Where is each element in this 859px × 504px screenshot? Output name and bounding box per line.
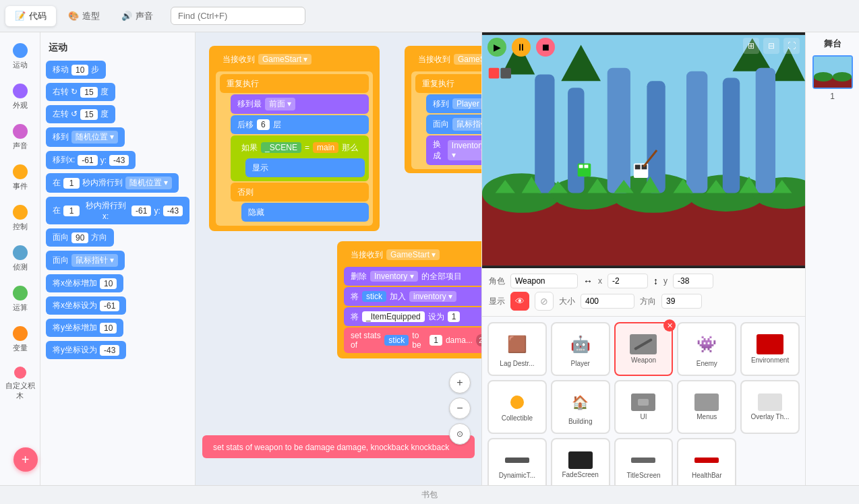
sidebar-item-sound[interactable]: 声音: [3, 120, 38, 155]
block-goto-xy[interactable]: 移到x: -61 y: -43: [46, 151, 136, 169]
cb-repeat-1[interactable]: 重复执行: [220, 74, 369, 93]
block-set-y[interactable]: 将y坐标设为 -43: [46, 341, 126, 359]
cb-back-layers[interactable]: 后移 6 层: [231, 115, 369, 134]
sprite-card-ui[interactable]: UI: [614, 380, 674, 434]
sprite-props: 角色 ↔ x ↕ y 显示 👁 ⊘ 大小 方向: [482, 268, 805, 317]
fadescreen-icon: [568, 451, 593, 469]
motion-icon: [13, 43, 28, 58]
trigger-gamestart-1[interactable]: 当接收到 GameStart ▾: [216, 50, 373, 69]
block-face-mouse[interactable]: 面向 鼠标指针 ▾: [46, 251, 125, 270]
block-face-dir[interactable]: 面向 90 方向: [46, 228, 114, 247]
svg-rect-13: [608, 68, 630, 193]
y-label: y: [663, 276, 668, 286]
sidebar-item-variables[interactable]: 变量: [3, 322, 38, 357]
sprite-card-dynaimic[interactable]: DynaimicT...: [487, 438, 547, 485]
tab-sound[interactable]: 🔊 声音: [112, 6, 162, 26]
sprite-size-input[interactable]: [581, 294, 634, 309]
sidebar-item-operators[interactable]: 运算: [3, 282, 38, 317]
sprite-card-lag-destr[interactable]: 🟫 Lag Destr...: [487, 322, 547, 376]
play-button[interactable]: ▶: [487, 38, 506, 57]
sprite-label-collectible: Collectible: [502, 414, 533, 422]
cb-else[interactable]: 否则: [231, 183, 369, 201]
sidebar-item-custom[interactable]: 自定义积木: [3, 363, 38, 405]
sprite-label-dynaimic: DynaimicT...: [499, 472, 535, 479]
block-turn-right[interactable]: 右转 ↻ 15 度: [46, 83, 115, 101]
looks-icon: [13, 84, 28, 98]
sprite-y-input[interactable]: [673, 274, 713, 288]
costume-icon: 🎨: [68, 11, 79, 21]
cb-move-player[interactable]: 移到 Player ▾: [426, 94, 481, 113]
sidebar-item-motion[interactable]: 运动: [3, 39, 38, 74]
healthbar-icon: [694, 458, 719, 463]
dir-label: 方向: [640, 296, 656, 307]
sidebar-item-events[interactable]: 事件: [3, 160, 38, 195]
stage-label: 舞台: [824, 38, 841, 50]
sprite-card-menus[interactable]: Menus: [677, 380, 736, 434]
cb-set-equipped[interactable]: 将 _ItemEquipped 设为 1: [344, 307, 481, 326]
preview-icons: ⊞ ⊟ ⛶: [743, 38, 800, 54]
hide-button[interactable]: ⊘: [535, 292, 554, 311]
sprite-card-environment[interactable]: Environment: [740, 322, 800, 376]
code-area[interactable]: 当接收到 GameStart ▾ 重复执行 移到最 前面 ▾ 后移 6 层 如果…: [196, 32, 481, 485]
sprite-card-titlescreen[interactable]: TitleScreen: [614, 438, 674, 485]
code-group-3: 当接收到 GameStart ▾ 删除 Inventory ▾ 的全部项目 将 …: [337, 241, 481, 358]
sprite-name-input[interactable]: [510, 274, 578, 288]
cb-repeat-2[interactable]: 重复执行: [415, 74, 481, 93]
layout-icon-2[interactable]: ⊟: [763, 38, 779, 54]
pause-button[interactable]: ⏸: [512, 38, 531, 57]
zoom-minus-button[interactable]: −: [449, 398, 471, 419]
show-button[interactable]: 👁: [510, 292, 529, 311]
cb-if-scene[interactable]: 如果 _SCENE = main 那么: [235, 138, 365, 157]
add-block-button[interactable]: +: [13, 447, 38, 472]
sprite-card-enemy[interactable]: 👾 Enemy: [677, 322, 736, 376]
sprite-card-collectible[interactable]: Collectible: [487, 380, 547, 434]
fullscreen-icon[interactable]: ⛶: [783, 38, 800, 54]
block-set-x[interactable]: 将x坐标设为 -61: [46, 296, 126, 315]
trigger-gamestart-3[interactable]: 当接收到 GameStart ▾: [344, 245, 481, 264]
sprite-card-fadescreen[interactable]: FadeScreen: [551, 438, 610, 485]
stage-thumbnail[interactable]: [812, 55, 853, 89]
cb-face-cursor[interactable]: 面向 鼠标指针 ▾: [426, 115, 481, 134]
sprite-card-healthbar[interactable]: HealthBar: [677, 438, 736, 485]
svg-rect-35: [489, 68, 500, 79]
sprite-card-building[interactable]: 🏠 Building: [551, 380, 610, 434]
sprite-x-input[interactable]: [608, 274, 648, 288]
block-row-left: 左转 ↺ 15 度: [46, 105, 189, 123]
sidebar-item-looks[interactable]: 外观: [3, 80, 38, 115]
tab-code[interactable]: 📝 代码: [5, 6, 56, 26]
sprite-label-menus: Menus: [697, 413, 717, 420]
sprite-card-player[interactable]: 🤖 Player: [551, 322, 610, 376]
layout-icon-1[interactable]: ⊞: [743, 38, 759, 54]
sprite-delete-weapon[interactable]: ✕: [663, 319, 676, 332]
cb-hide[interactable]: 隐藏: [241, 203, 369, 222]
zoom-reset-button[interactable]: ⊙: [449, 423, 471, 445]
cb-set-stats[interactable]: set stats of stick to be 1 dama... 2: [344, 327, 481, 353]
block-add-y[interactable]: 将y坐标增加 10: [46, 319, 123, 337]
sidebar-item-sensing[interactable]: 侦测: [3, 241, 38, 276]
cb-show[interactable]: 显示: [245, 158, 365, 177]
stage-bg-num: 1: [830, 92, 835, 101]
sidebar-item-control[interactable]: 控制: [3, 201, 38, 236]
sprite-card-overlay[interactable]: Overlay Th...: [740, 380, 800, 434]
tab-costume[interactable]: 🎨 造型: [59, 6, 109, 26]
cb-weapon-stats[interactable]: set stats of weapon to be damage damage,…: [213, 443, 449, 452]
block-turn-left[interactable]: 左转 ↺ 15 度: [46, 105, 115, 123]
sprite-dir-input[interactable]: [661, 294, 702, 309]
trigger-gamestart-2[interactable]: 当接收到 GameStart ▾: [411, 50, 481, 69]
cb-front[interactable]: 移到最 前面 ▾: [231, 94, 369, 114]
block-goto-random[interactable]: 移到 随机位置 ▾: [46, 127, 125, 147]
block-glide-xy[interactable]: 在 1 秒内滑行到x: -61 y: -43: [46, 197, 189, 224]
search-input[interactable]: [171, 7, 305, 25]
cb-delete-inventory[interactable]: 删除 Inventory ▾ 的全部项目: [344, 267, 481, 286]
block-glide-random[interactable]: 在 1 秒内滑行到 随机位置 ▾: [46, 173, 179, 193]
sprite-card-weapon[interactable]: ✕ Weapon: [614, 322, 674, 376]
stop-button[interactable]: ⏹: [536, 38, 555, 57]
zoom-plus-button[interactable]: +: [449, 372, 471, 393]
block-add-x[interactable]: 将x坐标增加 10: [46, 274, 123, 292]
block-move[interactable]: 移动 10 步: [46, 61, 106, 79]
block-palette: 运动 移动 10 步 右转 ↻ 15 度 左转 ↺ 15 度 移到 随机位置 ▾…: [40, 32, 196, 485]
variables-icon: [13, 326, 28, 341]
cb-add-stick[interactable]: 将 stick 加入 inventory ▾: [344, 287, 481, 306]
cb-switch-inventory[interactable]: 换成 Inventory ▾ 的第 几: [426, 135, 481, 165]
block-row-add-y: 将y坐标增加 10: [46, 319, 189, 337]
